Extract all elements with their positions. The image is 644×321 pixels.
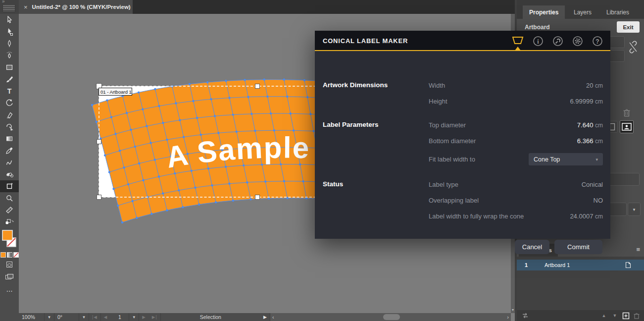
svg-text:01 - Artboard 1: 01 - Artboard 1: [100, 89, 132, 95]
info-tab[interactable]: i: [533, 36, 544, 49]
dialog-header: CONICAL LABEL MAKER i: [315, 31, 610, 51]
selection-tool[interactable]: [0, 14, 19, 26]
label-type-label: Label type: [429, 181, 458, 188]
magnifier-handle-icon: [10, 199, 12, 201]
shape-builder-tool[interactable]: [0, 168, 19, 180]
direct-selection-tool[interactable]: [0, 26, 19, 38]
wrench-tab[interactable]: [552, 36, 563, 49]
wrap-width-value: 24.0007 cm: [570, 213, 603, 220]
zoom-level[interactable]: 100%: [19, 313, 45, 321]
zoom-dropdown-icon[interactable]: ▾: [45, 313, 54, 321]
conical-label-maker-dialog: CONICAL LABEL MAKER i: [315, 31, 610, 239]
panel-menu-icon[interactable]: ≡: [636, 246, 640, 253]
artboard-name-tag[interactable]: 01 - Artboard 1: [99, 88, 132, 96]
edit-toolbar-button[interactable]: ⋯: [0, 283, 19, 298]
commit-button[interactable]: Commit: [554, 240, 602, 254]
screen-mode-button[interactable]: [0, 270, 19, 283]
handle-bottom-mid[interactable]: [255, 195, 260, 200]
status-bar: 100% ▾ 0° ▾ |◀ ◀ 1 ▾ ▶ ▶| Selection ▶ ‹ …: [19, 313, 511, 321]
pen-nib-icon: [8, 41, 11, 46]
artboard-dropdown-icon[interactable]: ▾: [129, 313, 139, 321]
top-diameter-value[interactable]: 7.640 cm: [577, 121, 603, 129]
scroll-right-icon[interactable]: ›: [507, 313, 509, 321]
swap-fill-stroke-mini[interactable]: [0, 216, 19, 228]
screen-front-icon: [8, 274, 13, 278]
fit-label-width-dropdown[interactable]: Cone Top ▾: [529, 153, 603, 165]
move-artboard-up-button[interactable]: ▲: [598, 310, 609, 321]
landscape-photo-icon: [622, 123, 632, 131]
landscape-orientation-button[interactable]: [620, 120, 634, 133]
pen-tool[interactable]: [0, 38, 19, 50]
scrollbar-thumb[interactable]: [383, 314, 400, 320]
curvature-tool[interactable]: [0, 50, 19, 61]
exit-button[interactable]: Exit: [617, 21, 640, 33]
zoom-tool[interactable]: [0, 192, 19, 204]
next-artboard-button[interactable]: ▶: [139, 313, 149, 321]
bottom-diameter-label: Bottom diameter: [429, 137, 476, 145]
color-button[interactable]: [0, 252, 6, 258]
artboard-row-index: 1: [517, 262, 537, 268]
scroll-left-icon[interactable]: ‹: [272, 313, 274, 321]
paintbrush-tool[interactable]: [0, 73, 19, 85]
eyedropper-tool[interactable]: [0, 145, 19, 157]
rotation-dropdown-icon[interactable]: ▾: [79, 313, 89, 321]
collapse-toolbar-icon[interactable]: »: [2, 0, 5, 4]
arrow-down-icon: ▼: [613, 313, 617, 318]
draw-mode-shape-icon: [8, 264, 11, 266]
broken-link-icon: [627, 40, 639, 54]
artboards-panel-footer: ▲ ▼: [517, 310, 644, 321]
bottom-diameter-value[interactable]: 6.366 cm: [577, 137, 603, 145]
free-transform-tool[interactable]: [0, 121, 19, 133]
artboard-page-icon[interactable]: [624, 261, 632, 269]
eraser-tool[interactable]: [0, 109, 19, 121]
cancel-button[interactable]: Cancel: [515, 240, 549, 254]
tab-libraries[interactable]: Libraries: [600, 5, 636, 19]
tab-properties[interactable]: Properties: [523, 5, 565, 19]
none-button[interactable]: [13, 252, 19, 258]
new-artboard-button[interactable]: [620, 310, 631, 321]
measure-tool[interactable]: [0, 204, 19, 216]
magnifier-glass-icon: [7, 196, 11, 200]
scroll-down-icon[interactable]: ▾: [511, 308, 515, 312]
height-value: 6.99999 cm: [570, 98, 603, 105]
move-artboard-down-button[interactable]: ▼: [609, 310, 620, 321]
document-tab[interactable]: × Untitled-2* @ 100 % (CMYK/Preview): [19, 0, 133, 14]
close-tab-icon[interactable]: ×: [24, 4, 28, 10]
rectangle-tool[interactable]: [0, 61, 19, 73]
rotation-value[interactable]: 0°: [54, 313, 79, 321]
previous-artboard-button[interactable]: ◀: [101, 313, 111, 321]
delete-artboard-button[interactable]: [622, 107, 632, 118]
status-play-icon[interactable]: ▶: [260, 313, 270, 321]
overlapping-value: NO: [594, 197, 603, 204]
status-mode-label: Selection: [161, 313, 260, 321]
gradient-tool[interactable]: [0, 133, 19, 145]
rectangle-icon: [7, 65, 12, 70]
artboard-list-row[interactable]: 1 Artboard 1: [517, 260, 644, 270]
settings-tab[interactable]: [572, 36, 583, 49]
last-artboard-button[interactable]: ▶|: [149, 313, 161, 321]
document-tab-bar: × Untitled-2* @ 100 % (CMYK/Preview): [19, 0, 515, 14]
horizontal-scrollbar[interactable]: ‹ ›: [270, 313, 511, 321]
shaper-tool[interactable]: [0, 157, 19, 168]
gradient-button[interactable]: [7, 252, 12, 258]
rearrange-artboards-button[interactable]: [520, 310, 531, 321]
first-artboard-button[interactable]: |◀: [89, 313, 101, 321]
brush-handle-icon: [6, 80, 9, 83]
handle-bottom-left[interactable]: [97, 195, 101, 200]
type-tool[interactable]: T: [0, 85, 19, 97]
handle-mid-left[interactable]: [97, 140, 101, 144]
artboard-tool[interactable]: [0, 180, 19, 192]
cone-label-tab[interactable]: [510, 36, 526, 48]
fill-swatch-orange[interactable]: [2, 230, 12, 240]
help-tab[interactable]: ?: [592, 36, 603, 49]
handle-top-mid[interactable]: [255, 84, 260, 89]
artboard-navigation-number[interactable]: 1: [110, 313, 129, 321]
preset-dropdown-button[interactable]: ▾: [628, 203, 641, 216]
draw-mode-button[interactable]: [0, 259, 19, 270]
constrain-proportions-toggle[interactable]: [627, 40, 640, 54]
toolbar-grip-icon[interactable]: [2, 4, 15, 12]
arrow-up-icon: ▲: [602, 313, 606, 318]
tab-layers[interactable]: Layers: [567, 5, 598, 19]
rotate-tool[interactable]: [0, 97, 19, 109]
delete-artboard-button-footer[interactable]: [631, 310, 642, 321]
